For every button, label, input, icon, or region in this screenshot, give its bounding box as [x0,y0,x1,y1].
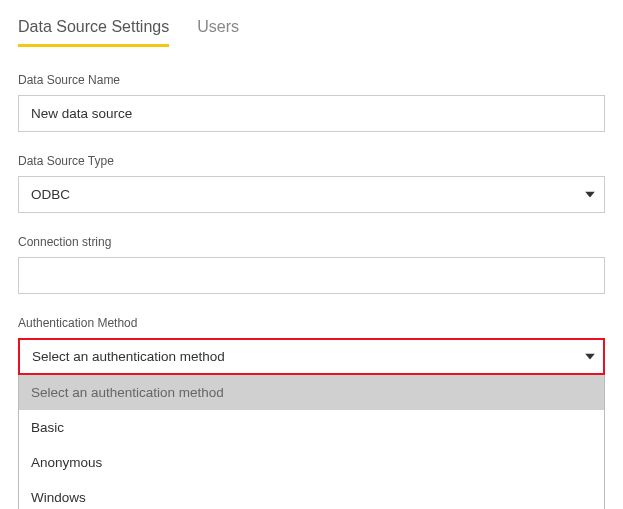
field-group-auth: Authentication Method Select an authenti… [18,316,605,509]
auth-option-anonymous[interactable]: Anonymous [19,445,604,480]
tabs-bar: Data Source Settings Users [18,18,605,47]
input-data-source-name[interactable] [18,95,605,132]
auth-dropdown: Select an authentication method Basic An… [18,375,605,509]
label-data-source-type: Data Source Type [18,154,605,168]
label-auth-method: Authentication Method [18,316,605,330]
field-group-type: Data Source Type ODBC [18,154,605,213]
auth-option-basic[interactable]: Basic [19,410,604,445]
label-connection-string: Connection string [18,235,605,249]
select-auth-method[interactable]: Select an authentication method [18,338,605,375]
select-wrap-type: ODBC [18,176,605,213]
select-data-source-type[interactable]: ODBC [18,176,605,213]
select-wrap-auth: Select an authentication method [18,338,605,375]
field-group-name: Data Source Name [18,73,605,132]
label-data-source-name: Data Source Name [18,73,605,87]
auth-option-placeholder[interactable]: Select an authentication method [19,375,604,410]
tab-data-source-settings[interactable]: Data Source Settings [18,18,169,47]
auth-option-windows[interactable]: Windows [19,480,604,509]
input-connection-string[interactable] [18,257,605,294]
tab-users[interactable]: Users [197,18,239,47]
field-group-connection: Connection string [18,235,605,294]
